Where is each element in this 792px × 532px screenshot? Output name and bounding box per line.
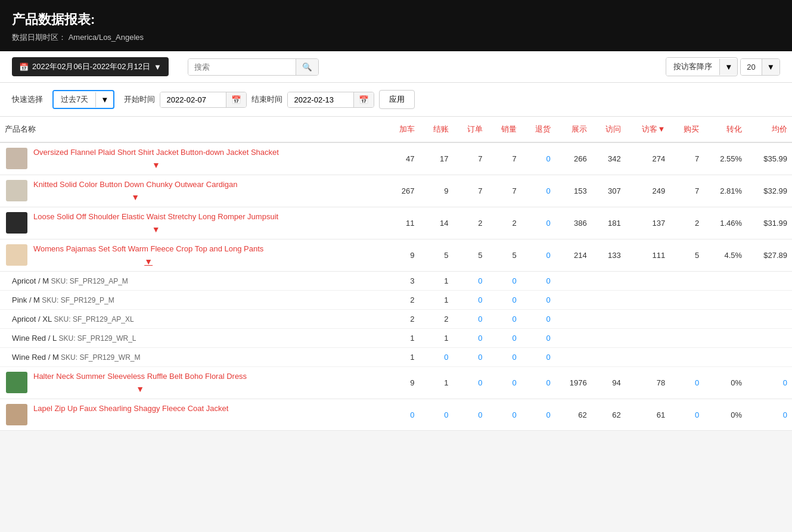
table-row: Oversized Flannel Plaid Short Shirt Jack… (0, 142, 792, 175)
cell-visitors: 137 (626, 207, 670, 239)
toolbar: 📅 2022年02月06日-2022年02月12日 ▼ 🔍 按访客降序 ▼ 20… (0, 51, 792, 83)
variant-name: Pink / M (12, 295, 40, 304)
cell-add_cart: 9 (385, 367, 419, 399)
date-range-button[interactable]: 📅 2022年02月06日-2022年02月12日 ▼ (12, 57, 169, 76)
cell-sales: 7 (487, 175, 521, 207)
col-header-visits[interactable]: 访问 (592, 117, 626, 142)
search-button[interactable]: 🔍 (296, 59, 318, 75)
variant-sku: SKU: SF_PR129_P_M (40, 296, 114, 304)
variant-cell-empty (626, 348, 670, 367)
cell-purchases: 0 (670, 399, 704, 431)
product-cell-inner: Lapel Zip Up Faux Shearling Shaggy Fleec… (6, 404, 380, 425)
variant-cell-empty (626, 272, 670, 291)
sort-dropdown-button[interactable]: ▼ (719, 59, 737, 75)
product-name-link[interactable]: Oversized Flannel Plaid Short Shirt Jack… (33, 148, 279, 157)
variant-cell-empty (626, 310, 670, 329)
cell-visits: 133 (592, 239, 626, 272)
product-cell-inner: Knitted Solid Color Button Down Chunky O… (6, 180, 380, 202)
col-header-returns[interactable]: 退货 (521, 117, 555, 142)
quick-select-dropdown: 过去7天 ▼ (52, 90, 114, 109)
table-header-row: 产品名称 加车 结账 订单 销量 退货 展示 访问 访客▼ 购买 转化 均价 (0, 117, 792, 142)
page-size-dropdown-button[interactable]: ▼ (762, 59, 779, 75)
variant-name-cell: Pink / M SKU: SF_PR129_P_M (0, 291, 385, 310)
product-name-link[interactable]: Halter Neck Summer Sleeveless Ruffle Bel… (33, 372, 247, 381)
search-input[interactable] (188, 59, 296, 75)
variant-cell-empty (592, 310, 626, 329)
col-header-checkout[interactable]: 结账 (420, 117, 454, 142)
product-name-link[interactable]: Knitted Solid Color Button Down Chunky O… (33, 180, 238, 189)
col-header-conversion[interactable]: 转化 (704, 117, 747, 142)
product-name-cell: Loose Solid Off Shoulder Elastic Waist S… (0, 207, 385, 239)
cell-visitors: 249 (626, 175, 670, 207)
product-name-cell: Knitted Solid Color Button Down Chunky O… (0, 175, 385, 207)
col-header-avgprice[interactable]: 均价 (747, 117, 792, 142)
col-header-orders[interactable]: 订单 (454, 117, 487, 142)
sort-label: 按访客降序 (666, 58, 719, 76)
variant-cell-checkout: 1 (420, 329, 454, 348)
variant-sku: SKU: SF_PR129_AP_M (49, 277, 128, 285)
product-name-cell: Womens Pajamas Set Soft Warm Fleece Crop… (0, 239, 385, 272)
end-date-input[interactable] (288, 92, 353, 107)
quick-select-dropdown-button[interactable]: ▼ (95, 92, 113, 107)
col-header-sales[interactable]: 销量 (487, 117, 521, 142)
cell-conversion: 0% (704, 399, 747, 431)
data-table-container: 产品名称 加车 结账 订单 销量 退货 展示 访问 访客▼ 购买 转化 均价 O… (0, 117, 792, 431)
subtitle-label: 数据日期时区： (12, 33, 66, 42)
apply-button[interactable]: 应用 (379, 90, 415, 109)
quick-select-value: 过去7天 (54, 91, 95, 108)
chevron-down-icon: ▼ (154, 63, 161, 71)
product-thumbnail (6, 404, 27, 425)
col-header-impressions[interactable]: 展示 (555, 117, 592, 142)
col-header-purchases[interactable]: 购买 (670, 117, 704, 142)
cell-returns: 0 (521, 399, 555, 431)
cell-returns: 0 (521, 367, 555, 399)
variant-cell-checkout: 1 (420, 272, 454, 291)
table-row: Halter Neck Summer Sleeveless Ruffle Bel… (0, 367, 792, 399)
table-row: Womens Pajamas Set Soft Warm Fleece Crop… (0, 239, 792, 272)
cell-add_cart: 11 (385, 207, 419, 239)
calendar-icon: 📅 (19, 63, 29, 71)
col-header-addcart[interactable]: 加车 (385, 117, 419, 142)
variant-cell-add_cart: 1 (385, 348, 419, 367)
variant-row: Apricot / M SKU: SF_PR129_AP_M31000 (0, 272, 792, 291)
end-date-calendar-button[interactable]: 📅 (353, 92, 374, 107)
variant-row: Wine Red / M SKU: SF_PR129_WR_M10000 (0, 348, 792, 367)
table-row: Knitted Solid Color Button Down Chunky O… (0, 175, 792, 207)
product-thumbnail (6, 372, 27, 393)
product-name-link[interactable]: Womens Pajamas Set Soft Warm Fleece Crop… (33, 244, 263, 253)
expand-variants-button[interactable]: ▼ (33, 192, 238, 202)
cell-checkout: 14 (420, 207, 454, 239)
cell-purchases: 0 (670, 367, 704, 399)
cell-visits: 307 (592, 175, 626, 207)
expand-variants-button[interactable]: ▼ (33, 257, 263, 266)
cell-conversion: 2.81% (704, 175, 747, 207)
variant-cell-empty (555, 272, 592, 291)
page-header: 产品数据报表: 数据日期时区： America/Los_Angeles (0, 0, 792, 51)
variant-cell-add_cart: 3 (385, 272, 419, 291)
cell-purchases: 7 (670, 142, 704, 175)
expand-variants-button[interactable]: ▼ (33, 160, 279, 170)
cell-checkout: 9 (420, 175, 454, 207)
product-name-link[interactable]: Lapel Zip Up Faux Shearling Shaggy Fleec… (33, 404, 228, 413)
start-date-calendar-button[interactable]: 📅 (226, 92, 246, 107)
variant-cell-empty (747, 329, 792, 348)
start-date-input[interactable] (160, 92, 226, 107)
product-name-cell: Lapel Zip Up Faux Shearling Shaggy Fleec… (0, 399, 385, 431)
product-name-link[interactable]: Loose Solid Off Shoulder Elastic Waist S… (33, 212, 278, 221)
expand-variants-button[interactable]: ▼ (33, 384, 247, 394)
col-header-visitors[interactable]: 访客▼ (626, 117, 670, 142)
variant-cell-empty (670, 310, 704, 329)
page-title: 产品数据报表: (12, 11, 780, 29)
cell-conversion: 0% (704, 367, 747, 399)
cell-checkout: 5 (420, 239, 454, 272)
expand-variants-button[interactable]: ▼ (33, 225, 278, 234)
cell-orders: 2 (454, 207, 487, 239)
table-row: Lapel Zip Up Faux Shearling Shaggy Fleec… (0, 399, 792, 431)
variant-cell-empty (704, 310, 747, 329)
product-info: Lapel Zip Up Faux Shearling Shaggy Fleec… (33, 404, 228, 413)
variant-cell-checkout: 2 (420, 310, 454, 329)
page-size-value: 20 (741, 59, 761, 75)
page-subtitle: 数据日期时区： America/Los_Angeles (12, 32, 780, 43)
variant-cell-empty (592, 272, 626, 291)
cell-impressions: 266 (555, 142, 592, 175)
